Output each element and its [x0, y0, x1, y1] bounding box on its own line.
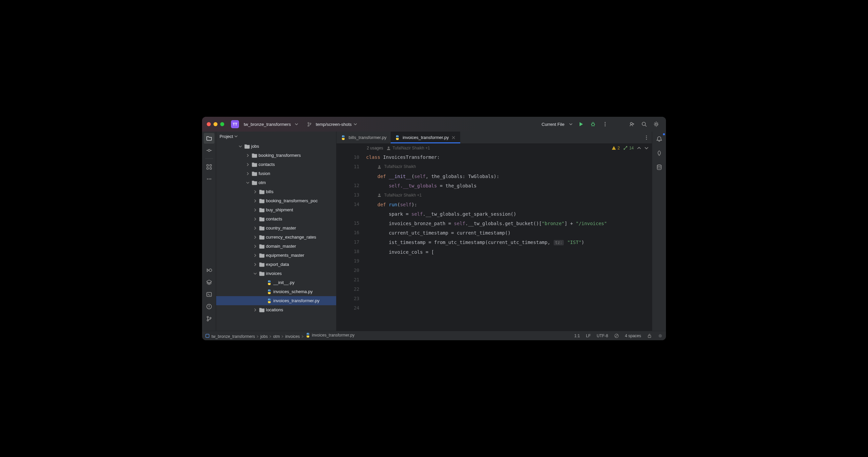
code-with-me-button[interactable] [628, 120, 636, 128]
project-dropdown[interactable] [293, 122, 300, 126]
tree-chevron[interactable] [252, 190, 258, 194]
prev-highlight-button[interactable] [637, 146, 641, 150]
folder-icon [259, 244, 265, 249]
editor-tabs-more[interactable] [641, 132, 652, 143]
folder-node[interactable]: export_data [216, 260, 336, 269]
svg-point-12 [207, 179, 208, 180]
tree-chevron[interactable] [245, 163, 250, 166]
project-tree[interactable]: jobsbooking_transformerscontactsfusionot… [216, 141, 336, 331]
ai-assistant-button[interactable] [654, 148, 664, 159]
tree-chevron[interactable] [245, 154, 250, 157]
indent-setting[interactable]: 4 spaces [625, 334, 641, 338]
tree-chevron[interactable] [252, 218, 258, 221]
file-node[interactable]: invoices_schema.py [216, 287, 336, 296]
database-button[interactable] [654, 162, 664, 173]
services-tool-button[interactable] [204, 277, 215, 288]
readonly-toggle[interactable] [614, 334, 619, 338]
folder-node[interactable]: bills [216, 187, 336, 196]
folder-node[interactable]: locations [216, 305, 336, 314]
file-node[interactable]: invoices_transformer.py [216, 296, 336, 305]
minimize-window-button[interactable] [214, 122, 217, 126]
svg-point-25 [268, 299, 269, 299]
svg-point-21 [268, 281, 269, 281]
more-tools-button[interactable] [204, 174, 215, 184]
folder-node[interactable]: contacts [216, 215, 336, 224]
folder-node[interactable]: fusion [216, 169, 336, 178]
project-name[interactable]: tw_bronze_transformers [244, 122, 291, 127]
folder-icon [252, 180, 257, 185]
breadcrumb-item[interactable]: invoices_transformer.py [305, 333, 355, 338]
vcs-branch[interactable]: temp/screen-shots [307, 122, 357, 127]
project-panel-title[interactable]: Project [219, 134, 233, 139]
close-tab-button[interactable] [452, 136, 456, 140]
tree-chevron[interactable] [252, 235, 258, 239]
hints-indicator[interactable]: 14 [623, 146, 634, 150]
tree-chevron[interactable] [252, 263, 258, 266]
settings-button[interactable] [652, 120, 660, 128]
maximize-window-button[interactable] [220, 122, 224, 126]
file-encoding[interactable]: UTF-8 [597, 334, 608, 338]
tree-chevron[interactable] [252, 208, 258, 212]
problems-tool-button[interactable] [204, 301, 215, 312]
tab-label: bills_transformer.py [349, 135, 386, 140]
code-editor[interactable]: 1011 121314 15161718192021222324 class I… [337, 152, 652, 331]
folder-node[interactable]: invoices [216, 269, 336, 278]
vcs-tool-button[interactable] [204, 313, 215, 324]
usages-count[interactable]: 2 usages [367, 146, 383, 150]
breadcrumb-item[interactable]: tw_bronze_transformers [212, 334, 255, 339]
breadcrumbs[interactable]: tw_bronze_transformersjobsotminvoicesinv… [212, 333, 355, 339]
tree-chevron[interactable] [252, 227, 258, 230]
close-window-button[interactable] [207, 122, 211, 126]
folder-node[interactable]: booking_transformers [216, 151, 336, 160]
folder-icon [259, 199, 265, 203]
terminal-tool-button[interactable] [204, 289, 215, 300]
lock-toggle[interactable] [647, 334, 652, 338]
folder-node[interactable]: contacts [216, 160, 336, 169]
run-tool-button[interactable] [204, 265, 215, 276]
search-button[interactable] [641, 120, 648, 128]
tree-chevron[interactable] [238, 145, 243, 148]
debug-button[interactable] [589, 120, 597, 128]
commit-tool-button[interactable] [204, 145, 215, 156]
cursor-position[interactable]: 1:1 [574, 334, 580, 338]
folder-node[interactable]: currency_exchange_rates [216, 232, 336, 241]
file-node[interactable]: __init__.py [216, 278, 336, 287]
tree-item-label: currency_exchange_rates [266, 234, 316, 239]
tree-chevron[interactable] [252, 199, 258, 203]
breadcrumb-item[interactable]: jobs [260, 334, 268, 339]
folder-node[interactable]: otm [216, 178, 336, 187]
breadcrumb-item[interactable]: invoices_transformer.py [312, 333, 355, 338]
breadcrumb-item[interactable]: otm [273, 334, 280, 339]
folder-node[interactable]: domain_master [216, 241, 336, 251]
chevron-down-icon [569, 122, 572, 126]
editor-tab[interactable]: invoices_transformer.py [391, 132, 460, 143]
tree-chevron[interactable] [252, 272, 258, 275]
line-separator[interactable]: LF [586, 334, 591, 338]
run-button[interactable] [577, 120, 585, 128]
tree-chevron[interactable] [252, 254, 258, 257]
code-content[interactable]: class InvoicesTransformer: TufalNazir Sh… [366, 152, 652, 331]
next-highlight-button[interactable] [645, 146, 649, 150]
editor-tabs: bills_transformer.pyinvoices_transformer… [337, 132, 652, 144]
tree-chevron[interactable] [252, 245, 258, 248]
structure-tool-button[interactable] [204, 162, 215, 172]
author-annotation[interactable]: TufalNazir Shaikh +1 [386, 143, 430, 153]
project-tool-button[interactable] [204, 133, 215, 144]
editor-tab[interactable]: bills_transformer.py [337, 132, 391, 143]
folder-node[interactable]: buy_shipment [216, 205, 336, 215]
branch-icon [307, 122, 312, 126]
tree-chevron[interactable] [245, 172, 250, 175]
folder-node[interactable]: booking_transformers_poc [216, 196, 336, 205]
warnings-indicator[interactable]: 2 [612, 146, 620, 150]
run-config-selector[interactable]: Current File [541, 122, 564, 127]
svg-point-39 [307, 333, 308, 334]
folder-node[interactable]: equipments_master [216, 251, 336, 260]
tree-chevron[interactable] [252, 308, 258, 312]
folder-node[interactable]: country_master [216, 224, 336, 232]
more-actions-button[interactable] [601, 120, 609, 128]
breadcrumb-item[interactable]: invoices [285, 334, 300, 339]
tree-chevron[interactable] [245, 181, 250, 184]
folder-node[interactable]: jobs [216, 142, 336, 151]
notifications-button[interactable] [654, 134, 664, 144]
status-indicator[interactable] [658, 334, 662, 338]
